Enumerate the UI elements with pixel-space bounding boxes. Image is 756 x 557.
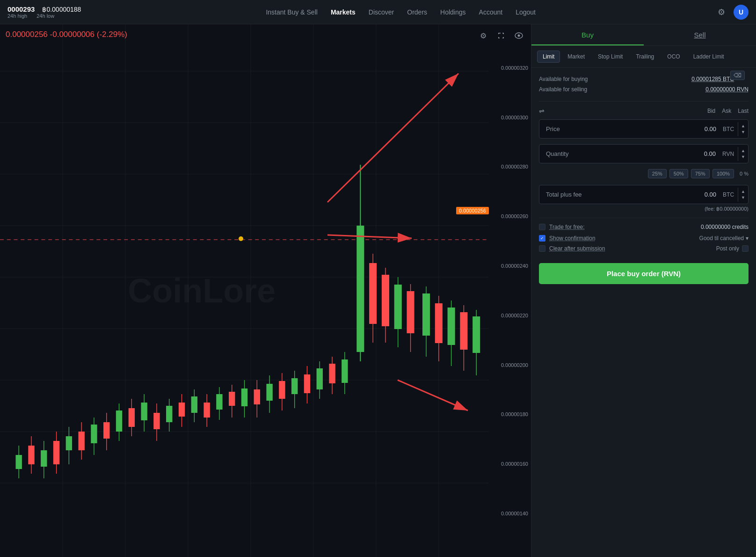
quantity-spinners[interactable]: ▲ ▼ bbox=[738, 147, 748, 161]
chart-price: 0.00000256 -0.00000006 (-2.29%) bbox=[6, 30, 127, 39]
total-value[interactable]: 0.00 bbox=[589, 185, 719, 204]
total-up-btn[interactable]: ▲ bbox=[740, 189, 746, 195]
expand-icon[interactable] bbox=[494, 29, 508, 42]
svg-rect-68 bbox=[317, 368, 323, 389]
pct-25-btn[interactable]: 25% bbox=[648, 169, 667, 178]
svg-rect-20 bbox=[15, 455, 22, 469]
price-spinners[interactable]: ▲ ▼ bbox=[738, 122, 748, 136]
post-only-label: Post only bbox=[716, 245, 739, 252]
quantity-label: Quantity bbox=[539, 145, 582, 163]
show-confirmation-row: Show confirmation Good til cancelled ▾ bbox=[539, 235, 749, 242]
price-value[interactable]: 0.00 bbox=[582, 120, 719, 138]
svg-rect-38 bbox=[129, 408, 135, 427]
trade-free-label[interactable]: Trade for free: bbox=[549, 224, 585, 230]
gtc-dropdown[interactable]: Good til cancelled ▾ bbox=[699, 235, 749, 242]
available-buying-value[interactable]: 0.00001285 BTC bbox=[691, 74, 734, 85]
nav-orders[interactable]: Orders bbox=[407, 8, 427, 16]
order-tab-oco[interactable]: OCO bbox=[662, 51, 685, 63]
price-label-160: 0.00000160 bbox=[489, 461, 528, 467]
svg-rect-64 bbox=[291, 378, 298, 394]
order-tab-trailing[interactable]: Trailing bbox=[630, 51, 660, 63]
chevron-down-icon: ▾ bbox=[746, 235, 749, 242]
fee-note: (fee: ฿0.00000000) bbox=[539, 206, 749, 212]
pct-100-btn[interactable]: 100% bbox=[712, 169, 734, 178]
quantity-up-btn[interactable]: ▲ bbox=[740, 148, 746, 154]
total-currency: BTC bbox=[719, 186, 738, 204]
total-spinners[interactable]: ▲ ▼ bbox=[738, 188, 748, 202]
order-type-tabs: Limit Market Stop Limit Trailing OCO Lad… bbox=[531, 46, 756, 68]
user-avatar[interactable]: U bbox=[734, 5, 749, 20]
nav-account[interactable]: Account bbox=[479, 8, 503, 16]
gtc-label: Good til cancelled bbox=[699, 235, 744, 242]
svg-rect-24 bbox=[41, 450, 47, 467]
high-label: 24h high bbox=[7, 13, 27, 19]
price-label-220: 0.00000220 bbox=[489, 313, 528, 318]
nav-markets[interactable]: Markets bbox=[331, 8, 356, 16]
pct-50-btn[interactable]: 50% bbox=[669, 169, 688, 178]
price-label-320: 0.00000320 bbox=[489, 65, 528, 71]
divider-2 bbox=[539, 218, 749, 218]
filter-icon[interactable]: ⇌ bbox=[539, 107, 545, 115]
place-order-button[interactable]: Place buy order (RVN) bbox=[539, 263, 749, 284]
available-selling-row: Available for selling 0.00000000 RVN bbox=[539, 85, 749, 95]
btc-price: ฿0.00000188 bbox=[42, 6, 81, 13]
svg-rect-30 bbox=[78, 432, 84, 450]
svg-rect-54 bbox=[229, 392, 235, 406]
quantity-down-btn[interactable]: ▼ bbox=[740, 154, 746, 160]
delete-icon[interactable]: ⌫ bbox=[730, 71, 745, 80]
divider-1 bbox=[539, 101, 749, 102]
price-down-btn[interactable]: ▼ bbox=[740, 129, 746, 135]
total-down-btn[interactable]: ▼ bbox=[740, 195, 746, 201]
svg-rect-50 bbox=[204, 403, 210, 418]
order-tab-limit[interactable]: Limit bbox=[537, 51, 560, 63]
clear-submission-label[interactable]: Clear after submission bbox=[549, 245, 605, 252]
svg-point-1 bbox=[518, 35, 520, 37]
order-tab-ladder-limit[interactable]: Ladder Limit bbox=[688, 51, 730, 63]
show-confirmation-label[interactable]: Show confirmation bbox=[549, 235, 596, 242]
eye-icon[interactable] bbox=[512, 29, 525, 42]
buy-sell-tabs: Buy Sell bbox=[531, 24, 756, 46]
svg-rect-22 bbox=[28, 446, 34, 464]
svg-rect-86 bbox=[435, 303, 443, 343]
svg-rect-72 bbox=[342, 359, 348, 383]
pct-75-btn[interactable]: 75% bbox=[691, 169, 710, 178]
total-label: Total plus fee bbox=[539, 185, 589, 204]
nav-instant-buy-sell[interactable]: Instant Buy & Sell bbox=[266, 8, 318, 16]
trade-free-checkbox[interactable] bbox=[539, 224, 545, 230]
available-selling-label: Available for selling bbox=[539, 85, 587, 95]
bid-label: Bid bbox=[707, 108, 715, 114]
show-confirmation-checkbox[interactable] bbox=[539, 235, 545, 242]
settings-icon[interactable]: ⚙ bbox=[715, 6, 728, 19]
post-left: Clear after submission bbox=[539, 245, 605, 252]
svg-rect-48 bbox=[191, 396, 197, 413]
quantity-value[interactable]: 0.00 bbox=[582, 145, 719, 163]
svg-rect-76 bbox=[369, 263, 377, 324]
svg-rect-88 bbox=[448, 308, 455, 345]
quantity-input-row: Quantity 0.00 RVN ▲ ▼ bbox=[539, 144, 749, 163]
order-tab-stop-limit[interactable]: Stop Limit bbox=[592, 51, 628, 63]
nav-discover[interactable]: Discover bbox=[369, 8, 394, 16]
clear-submission-checkbox[interactable] bbox=[539, 245, 545, 252]
order-tab-market[interactable]: Market bbox=[562, 51, 590, 63]
ask-label: Ask bbox=[722, 108, 731, 114]
nav-holdings[interactable]: Holdings bbox=[440, 8, 465, 16]
svg-rect-52 bbox=[216, 394, 222, 410]
nav-logout[interactable]: Logout bbox=[516, 8, 536, 16]
low-label: 24h low bbox=[36, 13, 54, 19]
buy-tab[interactable]: Buy bbox=[531, 24, 644, 45]
candlestick-chart bbox=[0, 24, 489, 557]
post-only-checkbox[interactable] bbox=[742, 245, 749, 252]
price-up-btn[interactable]: ▲ bbox=[740, 123, 746, 129]
svg-rect-42 bbox=[153, 413, 160, 429]
svg-rect-70 bbox=[329, 364, 335, 383]
svg-rect-34 bbox=[103, 422, 109, 439]
main-layout: 0.00000256 -0.00000006 (-2.29%) ⚙ CoinLo… bbox=[0, 24, 756, 557]
svg-rect-44 bbox=[166, 406, 172, 422]
panel-content: ⌫ Available for buying 0.00001285 BTC Av… bbox=[531, 68, 756, 557]
sell-tab[interactable]: Sell bbox=[644, 24, 756, 45]
settings-chart-icon[interactable]: ⚙ bbox=[477, 29, 490, 42]
current-price-badge: 0.00000256 bbox=[456, 207, 489, 214]
trade-free-left: Trade for free: bbox=[539, 224, 585, 230]
available-selling-value[interactable]: 0.00000000 RVN bbox=[705, 85, 749, 95]
svg-rect-56 bbox=[241, 388, 247, 406]
